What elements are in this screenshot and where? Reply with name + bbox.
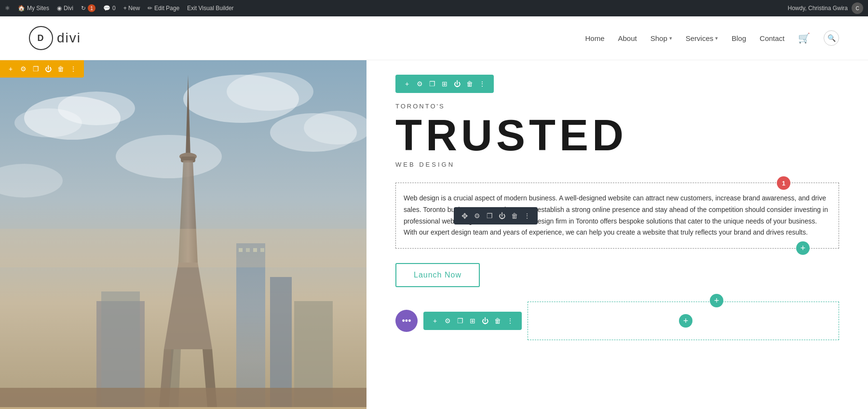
exit-vb-button[interactable]: Exit Visual Builder	[187, 5, 234, 12]
site-navigation: Home About Shop ▾ Services ▾ Blog Contac…	[585, 30, 839, 46]
trusted-heading: TRUSTED	[395, 114, 839, 157]
nav-home[interactable]: Home	[585, 34, 604, 42]
module-trash-button[interactable]: 🗑	[464, 78, 475, 90]
inline-trash-button[interactable]: 🗑	[509, 210, 520, 222]
logo-circle: D	[29, 26, 53, 50]
inline-duplicate-button[interactable]: ❐	[484, 210, 495, 222]
svg-point-3	[14, 108, 82, 137]
inline-power-button[interactable]: ⏻	[496, 210, 508, 222]
nav-services[interactable]: Services ▾	[686, 34, 719, 42]
page-content: + ⚙ ❐ ⏻ 🗑 ⋮	[0, 60, 868, 409]
wp-icon: ⚛	[5, 5, 10, 12]
svg-rect-24	[270, 277, 292, 407]
section-more-button[interactable]: ⋮	[68, 63, 79, 75]
module-cols-button[interactable]: ⊞	[439, 78, 450, 90]
search-button[interactable]: 🔍	[824, 30, 839, 46]
inline-toolbar-dark[interactable]: ✥ ⚙ ❐ ⏻ 🗑 ⋮	[454, 207, 538, 224]
edit-icon: ✏	[148, 5, 152, 12]
services-chevron-icon: ▾	[715, 35, 718, 41]
wp-logo[interactable]: ⚛	[5, 5, 10, 12]
web-design-sub: WEB DESIGN	[395, 161, 839, 168]
inline-more-button[interactable]: ⋮	[521, 210, 533, 222]
launch-now-button[interactable]: Launch Now	[395, 263, 480, 287]
add-below-text-button[interactable]: +	[796, 241, 810, 255]
svg-rect-28	[0, 388, 366, 407]
nav-blog[interactable]: Blog	[732, 34, 746, 42]
city-image	[0, 60, 366, 409]
comments-link[interactable]: 💬 0	[103, 5, 116, 12]
content-column: + ⚙ ❐ ⊞ ⏻ 🗑 ⋮ TORONTO'S TRUSTED WEB DESI…	[366, 60, 868, 409]
new-button[interactable]: + New	[123, 5, 140, 12]
svg-rect-29	[0, 229, 366, 267]
module-duplicate-button[interactable]: ❐	[426, 78, 438, 90]
badge-1: 1	[777, 176, 790, 190]
bottom-add-button[interactable]: +	[429, 315, 441, 327]
module-settings-button[interactable]: ⚙	[414, 78, 425, 90]
section-power-button[interactable]: ⏻	[42, 63, 54, 75]
updates-link[interactable]: ↻ 1	[81, 4, 95, 12]
site-header: D divi Home About Shop ▾ Services ▾ Blog…	[0, 16, 868, 60]
bottom-power-button[interactable]: ⏻	[479, 315, 491, 327]
nav-contact[interactable]: Contact	[760, 34, 785, 42]
bottom-duplicate-button[interactable]: ❐	[454, 315, 466, 327]
bottom-section: + ••• + ⚙ ❐ ⊞ ⏻ 🗑 ⋮ +	[395, 302, 839, 340]
edit-page-button[interactable]: ✏ Edit Page	[148, 5, 179, 12]
section-settings-button[interactable]: ⚙	[17, 63, 29, 75]
comments-icon: 💬	[103, 5, 110, 12]
updates-count: 1	[88, 4, 95, 12]
section-add-button[interactable]: +	[5, 63, 16, 75]
section-trash-button[interactable]: 🗑	[55, 63, 67, 75]
module-add-button[interactable]: +	[401, 78, 413, 90]
svg-rect-19	[236, 243, 265, 407]
nav-about[interactable]: About	[618, 34, 637, 42]
divi-icon: ◉	[57, 5, 62, 12]
avatar[interactable]: C	[852, 2, 863, 14]
updates-icon: ↻	[81, 5, 86, 12]
my-sites-link[interactable]: 🏠 My Sites	[18, 5, 49, 12]
bottom-toolbar[interactable]: + ⚙ ❐ ⊞ ⏻ 🗑 ⋮	[423, 312, 522, 330]
add-module-button[interactable]: +	[679, 314, 692, 328]
bottom-cols-button[interactable]: ⊞	[467, 315, 478, 327]
inline-settings-button[interactable]: ⚙	[471, 210, 483, 222]
shop-chevron-icon: ▾	[669, 35, 672, 41]
bottom-settings-button[interactable]: ⚙	[442, 315, 453, 327]
bottom-more-button[interactable]: ⋮	[504, 315, 516, 327]
svg-point-5	[227, 72, 313, 111]
module-more-button[interactable]: ⋮	[476, 78, 488, 90]
divi-link[interactable]: ◉ Divi	[57, 5, 73, 12]
text-module: 1 ✥ ⚙ ❐ ⏻ 🗑 ⋮ Web design is a crucial as…	[395, 183, 839, 249]
toronto-label: TORONTO'S	[395, 103, 839, 110]
cart-icon[interactable]: 🛒	[798, 32, 810, 44]
nav-shop[interactable]: Shop ▾	[651, 34, 672, 42]
teal-preview-box: +	[528, 302, 839, 340]
home-icon: 🏠	[18, 5, 25, 12]
module-toolbar-top[interactable]: + ⚙ ❐ ⊞ ⏻ 🗑 ⋮	[395, 75, 494, 93]
section-duplicate-button[interactable]: ❐	[30, 63, 41, 75]
image-column	[0, 60, 366, 409]
admin-bar: ⚛ 🏠 My Sites ◉ Divi ↻ 1 💬 0 + New ✏ Edit…	[0, 0, 868, 16]
search-icon: 🔍	[827, 34, 836, 42]
module-power-button[interactable]: ⏻	[451, 78, 463, 90]
purple-more-button[interactable]: •••	[395, 310, 418, 332]
site-logo[interactable]: D divi	[29, 26, 81, 50]
cn-tower-container	[0, 60, 366, 409]
bottom-trash-button[interactable]: 🗑	[492, 315, 503, 327]
inline-move-button[interactable]: ✥	[459, 210, 470, 222]
admin-bar-right: Howdy, Christina Gwira C	[788, 2, 863, 14]
section-toolbar[interactable]: + ⚙ ❐ ⏻ 🗑 ⋮	[0, 60, 84, 78]
svg-point-8	[116, 135, 222, 178]
